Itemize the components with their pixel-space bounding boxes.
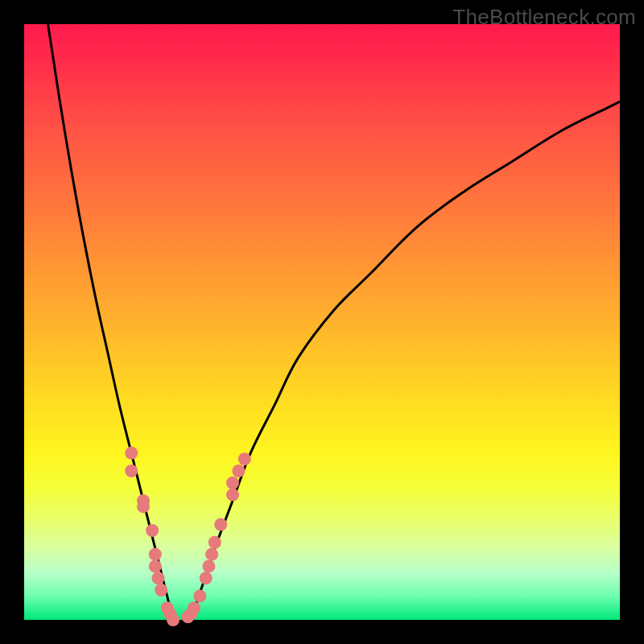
- data-marker: [188, 601, 200, 614]
- data-marker: [226, 477, 239, 489]
- marker-layer: [125, 447, 251, 626]
- data-marker: [200, 572, 213, 584]
- data-marker: [137, 500, 150, 513]
- data-marker: [149, 559, 162, 572]
- data-marker: [125, 464, 138, 477]
- data-marker: [193, 589, 206, 602]
- watermark-text: TheBottleneck.com: [452, 5, 636, 30]
- data-marker: [226, 489, 239, 502]
- plot-area: [24, 24, 620, 620]
- chart-frame: TheBottleneck.com: [0, 0, 644, 644]
- chart-svg: [24, 24, 620, 620]
- data-marker: [208, 536, 221, 549]
- data-marker: [205, 548, 218, 561]
- data-marker: [202, 559, 215, 572]
- data-marker: [214, 518, 227, 531]
- data-marker: [125, 447, 138, 460]
- curve-layer: [48, 24, 620, 620]
- series-right-curve: [191, 101, 620, 620]
- data-marker: [167, 613, 180, 626]
- data-marker: [238, 452, 251, 465]
- data-marker: [146, 524, 159, 537]
- data-marker: [232, 464, 245, 477]
- data-marker: [155, 584, 167, 597]
- data-marker: [149, 548, 162, 561]
- data-marker: [152, 572, 165, 584]
